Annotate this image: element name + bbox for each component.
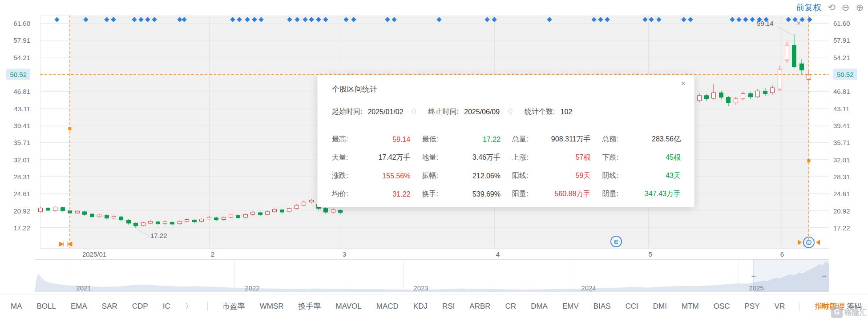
candlestick (792, 45, 796, 67)
candlestick (705, 96, 709, 99)
toolbar-expand-chevron-icon[interactable]: 〉 (185, 301, 193, 311)
toolbar-item-BIAS[interactable]: BIAS (593, 302, 611, 311)
minimap-window[interactable] (753, 259, 829, 292)
stat-label: 振幅: (422, 171, 438, 181)
toolbar-item-换手率[interactable]: 换手率 (299, 301, 321, 311)
candlestick (112, 216, 116, 218)
stat-cell: 阳量:560.88万手 (512, 185, 591, 203)
toolbar-item-DMI[interactable]: DMI (653, 302, 667, 311)
stat-label: 涨跌: (332, 171, 348, 181)
candlestick (273, 209, 277, 212)
candlestick (61, 208, 65, 211)
candlestick (119, 217, 123, 220)
dialog-stats-grid: 最高:59.14最低:17.22总量:908.311万手总额:283.56亿天量… (332, 130, 681, 203)
zoom-out-icon[interactable]: ⊖ (842, 3, 850, 12)
adjust-mode-link[interactable]: 前复权 (796, 2, 821, 13)
toolbar-item-CR[interactable]: CR (505, 302, 517, 311)
minimap-scroll-right-icon[interactable]: → (820, 271, 828, 279)
candlestick (76, 211, 80, 213)
candlestick (749, 94, 753, 97)
toolbar-item-RSI[interactable]: RSI (442, 302, 455, 311)
candlestick (39, 208, 43, 212)
stat-cell: 总额:283.56亿 (602, 130, 681, 149)
toolbar-item-MA[interactable]: MA (11, 302, 22, 311)
candlestick (785, 45, 789, 60)
toolbar-item-WMSR[interactable]: WMSR (260, 302, 284, 311)
minimap-scroll-left-icon[interactable]: ← (750, 271, 757, 279)
toolbar-item-EMV[interactable]: EMV (562, 302, 579, 311)
start-date-stepper-icons[interactable]: 〈〉 (408, 108, 420, 116)
candlestick (193, 220, 197, 222)
toolbar-divider (207, 302, 208, 311)
selection-end-handle[interactable] (807, 159, 811, 162)
stat-value: 3.46万手 (472, 153, 501, 162)
stat-label: 换手: (422, 189, 438, 199)
candlestick (46, 208, 50, 210)
stat-label: 最低: (422, 135, 438, 144)
zoom-in-icon[interactable]: ⊕ (856, 3, 864, 12)
toolbar-item-PSY[interactable]: PSY (745, 302, 760, 311)
toolbar-item-KDJ[interactable]: KDJ (413, 302, 428, 311)
stat-value: 212.06% (472, 172, 501, 180)
toolbar-item-市盈率[interactable]: 市盈率 (222, 301, 245, 311)
candlestick (331, 210, 335, 212)
candlestick (53, 207, 57, 211)
stat-label: 阴线: (602, 171, 618, 181)
candlestick (90, 214, 94, 217)
stat-value: 59.14 (392, 136, 410, 144)
toolbar-item-DMA[interactable]: DMA (531, 302, 548, 311)
count-label: 统计个数: (525, 107, 555, 117)
toolbar-item-SAR[interactable]: SAR (102, 302, 117, 311)
stat-cell: 地量:3.46万手 (422, 149, 501, 167)
dialog-close-icon[interactable]: ✕ (678, 78, 688, 89)
chart-topbar: 前复权 ⟲ ⊖ ⊕ (796, 2, 864, 13)
end-date-stepper-icons[interactable]: 〈〉 (504, 108, 516, 116)
stat-cell: 振幅:212.06% (422, 167, 501, 185)
event-marker-button[interactable]: E (610, 236, 622, 247)
stat-cell: 上涨:57根 (512, 149, 591, 167)
minimap-area-chart[interactable] (35, 262, 829, 292)
toolbar-item-CDP[interactable]: CDP (132, 302, 148, 311)
candlestick (712, 93, 716, 98)
stat-cell: 最低:17.22 (422, 130, 501, 149)
selection-left-arrow-icon[interactable] (59, 242, 64, 247)
candlestick (310, 200, 314, 202)
toolbar-item-BOLL[interactable]: BOLL (37, 302, 56, 311)
candlestick (141, 223, 145, 225)
start-time-label: 起始时间: (332, 107, 362, 117)
stat-label: 阳线: (512, 171, 528, 181)
toolbar-item-VR[interactable]: VR (775, 302, 785, 311)
candlestick (763, 91, 767, 93)
toolbar-item-OSC[interactable]: OSC (714, 302, 730, 311)
selection-start-handle[interactable] (69, 127, 72, 130)
stat-label: 总额: (602, 135, 618, 144)
stat-cell: 阳线:59天 (512, 167, 591, 185)
toolbar-item-ARBR[interactable]: ARBR (469, 302, 490, 311)
candlestick (222, 217, 226, 219)
stat-value: 43天 (666, 171, 681, 181)
candlestick (229, 215, 233, 217)
toolbar-divider (799, 302, 800, 311)
close-marker-icon[interactable]: ✕ (796, 20, 801, 27)
minimap-year-label: 2022 (245, 284, 259, 292)
stat-cell: 阴线:43天 (602, 167, 681, 185)
minimap-year-label: 2021 (76, 284, 91, 292)
toolbar-item-CCI[interactable]: CCI (626, 302, 638, 311)
toolbar-item-IC[interactable]: IC (163, 302, 170, 311)
toolbar-item-EMA[interactable]: EMA (71, 302, 87, 311)
candlestick (324, 209, 328, 212)
candlestick (97, 215, 101, 217)
minimap-year-label: 2023 (413, 284, 428, 292)
toolbar-item-MACD[interactable]: MACD (376, 302, 399, 311)
toolbar-item-MAVOL[interactable]: MAVOL (336, 302, 362, 311)
candlestick (156, 222, 160, 224)
candlestick (734, 99, 738, 103)
stat-value: 17.22 (483, 136, 501, 144)
toolbar-item-MTM[interactable]: MTM (682, 302, 699, 311)
stat-label: 最高: (332, 135, 348, 144)
stat-cell: 最高:59.14 (332, 130, 411, 149)
indicator-toolbar: MABOLLEMASARCDPIC〉市盈率WMSR换手率MAVOLMACDKDJ… (0, 294, 868, 318)
event-diamond-icon[interactable] (54, 17, 59, 22)
reset-zoom-icon[interactable]: ⟲ (828, 3, 836, 12)
start-time-value: 2025/01/02 (367, 108, 403, 116)
